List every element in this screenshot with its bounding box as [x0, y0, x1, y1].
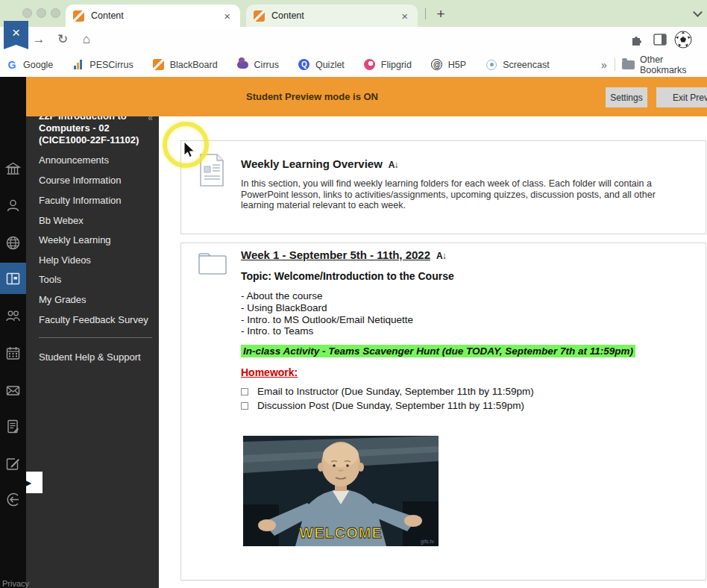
bookmark-cirrus[interactable]: Cirrus	[237, 59, 279, 71]
course-title-line3: (CICE1000-22F-11102)	[39, 134, 152, 146]
minimize-window-button[interactable]	[37, 8, 46, 18]
bullet-item: - Intro. to MS Outlook/Email Netiquette	[241, 314, 413, 326]
welcome-meme-image: WELCOME gifs.tv	[243, 436, 439, 546]
overview-title[interactable]: Weekly Learning Overview	[241, 157, 383, 170]
other-bookmarks-button[interactable]: Other Bookmarks	[622, 54, 707, 75]
profile-avatar[interactable]	[673, 29, 694, 50]
bookmark-google[interactable]: G Google	[6, 59, 53, 71]
bar-chart-icon	[72, 59, 84, 71]
sidebar-item-announcements[interactable]: Announcements	[39, 154, 157, 166]
bookmarks-overflow-icon[interactable]: »	[601, 59, 607, 71]
forward-button[interactable]: →	[28, 29, 49, 50]
close-tab-icon[interactable]: ×	[399, 10, 410, 22]
globe-icon[interactable]	[4, 234, 22, 251]
bullet-item: - About the course	[241, 290, 413, 302]
bookmark-label: Google	[23, 60, 53, 70]
bookmark-blackboard[interactable]: BlackBoard	[153, 59, 218, 71]
messages-icon[interactable]	[4, 382, 22, 399]
home-button[interactable]: ⌂	[76, 29, 97, 50]
homework-row: Email to Instructor (Due Sunday, Septemb…	[241, 386, 534, 397]
bookmark-label: Screencast	[503, 60, 550, 70]
bullet-item: - Intro. to Teams	[241, 325, 413, 337]
groups-icon[interactable]	[4, 307, 22, 325]
sidebar-divider	[39, 337, 152, 338]
bookmark-pescirrus[interactable]: PESCirrus	[72, 59, 133, 71]
profile-icon[interactable]	[4, 197, 22, 214]
grades-icon[interactable]	[4, 418, 22, 435]
flipgrid-icon	[364, 59, 375, 70]
checkbox-email-instructor[interactable]	[241, 388, 248, 395]
ally-download-icon[interactable]: A↓	[389, 160, 398, 170]
institution-icon[interactable]	[4, 160, 22, 178]
homework-row: Discussion Post (Due Sunday, September 1…	[241, 400, 524, 411]
sidebar-item-tools[interactable]: Tools	[39, 274, 157, 286]
blackboard-icon	[153, 59, 164, 70]
week1-title-row: Week 1 - September 5th - 11th, 2022A↓	[241, 248, 446, 261]
course-content-icon[interactable]	[4, 270, 22, 287]
other-bookmarks-label: Other Bookmarks	[640, 54, 707, 75]
content-area: Weekly Learning OverviewA↓ In this secti…	[159, 116, 707, 588]
bookmarks-separator	[615, 58, 615, 71]
screencast-icon	[486, 60, 497, 70]
sidebar-item-help-videos[interactable]: Help Videos	[39, 254, 157, 266]
exit-preview-button[interactable]: Exit Preview	[656, 87, 707, 107]
meme-caption: WELCOME	[299, 525, 382, 541]
settings-button[interactable]: Settings	[606, 87, 647, 107]
bullet-item: - Using BlackBoard	[241, 302, 413, 314]
bookmark-label: Cirrus	[254, 60, 279, 70]
side-panel-icon[interactable]	[650, 29, 670, 50]
sidebar-item-course-information[interactable]: Course Information	[39, 175, 157, 187]
overview-panel: Weekly Learning OverviewA↓ In this secti…	[180, 140, 706, 234]
week1-panel: Week 1 - September 5th - 11th, 2022A↓ To…	[180, 243, 706, 581]
sidebar-item-faculty-information[interactable]: Faculty Information	[39, 195, 157, 207]
checkbox-discussion-post[interactable]	[241, 402, 248, 410]
week1-bullets: - About the course - Using BlackBoard - …	[241, 290, 413, 337]
tab-content-inactive[interactable]: Content ×	[246, 4, 418, 27]
homework-item: Discussion Post (Due Sunday, September 1…	[257, 400, 524, 411]
compose-icon[interactable]	[4, 455, 22, 472]
meme-watermark: gifs.tv	[421, 539, 435, 545]
tab-strip: Content × Content × +	[0, 0, 707, 27]
tab-title: Content	[91, 10, 221, 21]
blackboard-favicon-icon	[73, 10, 84, 22]
sign-out-icon[interactable]	[4, 491, 22, 508]
blackboard-favicon-icon	[254, 10, 265, 22]
cloud-icon	[237, 61, 248, 69]
tab-content-active[interactable]: Content ×	[66, 4, 240, 27]
homework-label: Homework:	[241, 366, 298, 378]
sidebar-item-bb-webex[interactable]: Bb Webex	[39, 215, 157, 227]
sidebar-item-faculty-feedback-survey[interactable]: Faculty Feedback Survey	[39, 314, 157, 326]
bookmark-label: BlackBoard	[170, 60, 218, 70]
maximize-window-button[interactable]	[51, 8, 60, 18]
chevron-down-icon[interactable]	[693, 7, 703, 17]
bookmark-label: H5P	[448, 60, 466, 70]
sidebar-item-weekly-learning[interactable]: Weekly Learning	[39, 234, 157, 246]
calendar-icon[interactable]	[4, 345, 22, 362]
bookmark-quizlet[interactable]: Q Quizlet	[298, 59, 345, 71]
close-tab-icon[interactable]: ×	[221, 10, 233, 22]
student-preview-banner: Student Preview mode is ON Settings Exit…	[26, 77, 707, 116]
bookmark-h5p[interactable]: @ H5P	[431, 59, 466, 71]
folder-icon	[198, 249, 227, 279]
sidebar-item-student-help-support[interactable]: Student Help & Support	[39, 351, 141, 363]
privacy-link[interactable]: Privacy	[2, 579, 30, 588]
close-window-button[interactable]	[22, 8, 32, 18]
extensions-puzzle-icon[interactable]	[626, 29, 647, 50]
h5p-icon: @	[431, 59, 442, 70]
bookmark-label: Flipgrid	[381, 60, 412, 70]
base-navigation-rail: Privacy	[0, 77, 26, 588]
ally-download-icon[interactable]: A↓	[436, 251, 446, 261]
bookmark-label: Quizlet	[315, 60, 345, 70]
tab-title: Content	[271, 10, 399, 21]
new-tab-button[interactable]: +	[431, 4, 450, 24]
sidebar-item-my-grades[interactable]: My Grades	[39, 294, 157, 306]
overview-title-row: Weekly Learning OverviewA↓	[241, 157, 398, 170]
reload-button[interactable]: ↻	[52, 29, 73, 50]
bookmark-flipgrid[interactable]: Flipgrid	[364, 59, 412, 71]
browser-toolbar: ← → ↻ ⌂ gc.blackboard.com/ultra/courses/…	[0, 27, 707, 52]
bookmark-screencast[interactable]: Screencast	[486, 59, 550, 71]
preview-message: Student Preview mode is ON	[246, 91, 378, 102]
tab-divider	[425, 8, 426, 19]
inclass-activity-highlight: In-class Activity - Teams Scavenger Hunt…	[241, 345, 635, 357]
week1-link[interactable]: Week 1 - September 5th - 11th, 2022	[241, 248, 430, 261]
